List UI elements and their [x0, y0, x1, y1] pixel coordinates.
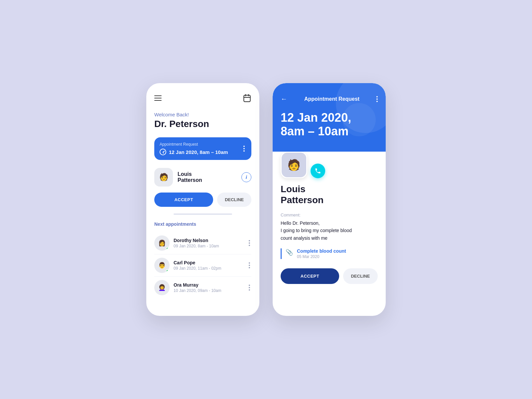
- welcome-text: Welcome Back!: [154, 112, 251, 117]
- accept-button-2[interactable]: ACCEPT: [281, 268, 339, 284]
- decline-button[interactable]: DECLINE: [217, 193, 251, 207]
- status-dot: [166, 269, 169, 273]
- patient-avatar-small: 👩‍🦱: [154, 280, 170, 295]
- phone1-header: [154, 94, 251, 102]
- patient-profile-row: 🧑: [281, 152, 378, 178]
- patient-full-name: Louis Patterson: [281, 184, 378, 206]
- back-button[interactable]: ←: [281, 95, 287, 103]
- appointment-info: Carl Pope 09 Jan 2020, 11am - 02pm: [174, 260, 243, 271]
- appointment-person-name: Carl Pope: [174, 260, 243, 265]
- appointment-person-name: Dorothy Nelson: [174, 238, 243, 243]
- action-buttons: ACCEPT DECLINE: [154, 193, 251, 207]
- list-item[interactable]: 👩‍🦱 Ora Murray 10 Jan 2020, 09am - 10am: [154, 277, 251, 299]
- attachment-name: Complete blood count: [297, 248, 346, 254]
- patient-avatar-small: 👩: [154, 235, 170, 251]
- appointment-time: 10 Jan 2020, 09am - 10am: [174, 288, 243, 293]
- list-item-more-button[interactable]: [247, 283, 251, 292]
- comment-label: Comment:: [281, 212, 378, 217]
- attachment-row[interactable]: 📎 Complete blood count 05 Mar 2020: [281, 248, 378, 259]
- phone2-body: 🧑 Louis Patterson Comment: Hello Dr. Pet…: [273, 152, 386, 294]
- status-dot: [166, 247, 169, 250]
- list-item[interactable]: 👨 Carl Pope 09 Jan 2020, 11am - 02pm: [154, 254, 251, 277]
- appointment-info: Ora Murray 10 Jan 2020, 09am - 10am: [174, 282, 243, 293]
- appointment-person-name: Ora Murray: [174, 282, 243, 288]
- attachment-date: 05 Mar 2020: [297, 254, 346, 259]
- appointment-card-label: Appointment Request: [160, 142, 228, 147]
- appointment-datetime: 12 Jan 2020, 8am – 10am: [281, 111, 378, 138]
- menu-icon[interactable]: [154, 95, 162, 101]
- paperclip-icon: 📎: [286, 249, 293, 256]
- patient-avatar-small: 👨: [154, 258, 170, 273]
- appointment-time: 09 Jan 2020, 11am - 02pm: [174, 266, 243, 271]
- patient-row: 🧑 LouisPatterson i: [154, 168, 251, 187]
- nav-title: Appointment Request: [304, 96, 359, 102]
- appointment-card-content: Appointment Request 12 Jan 2020, 8am – 1…: [160, 142, 228, 155]
- decline-button-2[interactable]: DECLINE: [343, 268, 378, 284]
- list-item[interactable]: 👩 Dorothy Nelson 09 Jan 2020, 8am - 10am: [154, 232, 251, 254]
- doctor-name: Dr. Peterson: [154, 119, 251, 129]
- svg-rect-0: [244, 95, 250, 102]
- call-button[interactable]: [311, 164, 325, 178]
- scroll-indicator: [174, 213, 232, 215]
- next-appointments-label: Next appointments: [154, 221, 251, 227]
- appointment-more-button[interactable]: [242, 144, 246, 153]
- appointment-info: Dorothy Nelson 09 Jan 2020, 8am - 10am: [174, 238, 243, 248]
- appointment-time: 09 Jan 2020, 8am - 10am: [174, 244, 243, 248]
- list-item-more-button[interactable]: [247, 261, 251, 270]
- patient-avatar: 🧑: [154, 168, 173, 187]
- phone-icon: [315, 168, 321, 174]
- patient-avatar-large: 🧑: [281, 152, 307, 178]
- phone-screen-1: Welcome Back! Dr. Peterson Appointment R…: [146, 83, 259, 316]
- patient-name: LouisPatterson: [178, 171, 237, 183]
- info-button[interactable]: i: [241, 172, 251, 182]
- action-buttons-2: ACCEPT DECLINE: [281, 268, 378, 284]
- calendar-icon[interactable]: [243, 94, 251, 102]
- list-item-more-button[interactable]: [247, 239, 251, 247]
- phone2-nav: ← Appointment Request: [281, 95, 378, 103]
- comment-text: Hello Dr. Peterson,I going to bring my c…: [281, 219, 378, 242]
- phone-screen-2: ← Appointment Request 12 Jan 2020, 8am –…: [273, 83, 386, 316]
- clock-icon: [160, 149, 166, 155]
- appointment-card[interactable]: Appointment Request 12 Jan 2020, 8am – 1…: [154, 137, 251, 160]
- more-options-button[interactable]: [376, 96, 378, 102]
- appointment-card-time: 12 Jan 2020, 8am – 10am: [160, 149, 228, 155]
- attachment-info: Complete blood count 05 Mar 2020: [297, 248, 346, 259]
- accept-button[interactable]: ACCEPT: [154, 193, 213, 207]
